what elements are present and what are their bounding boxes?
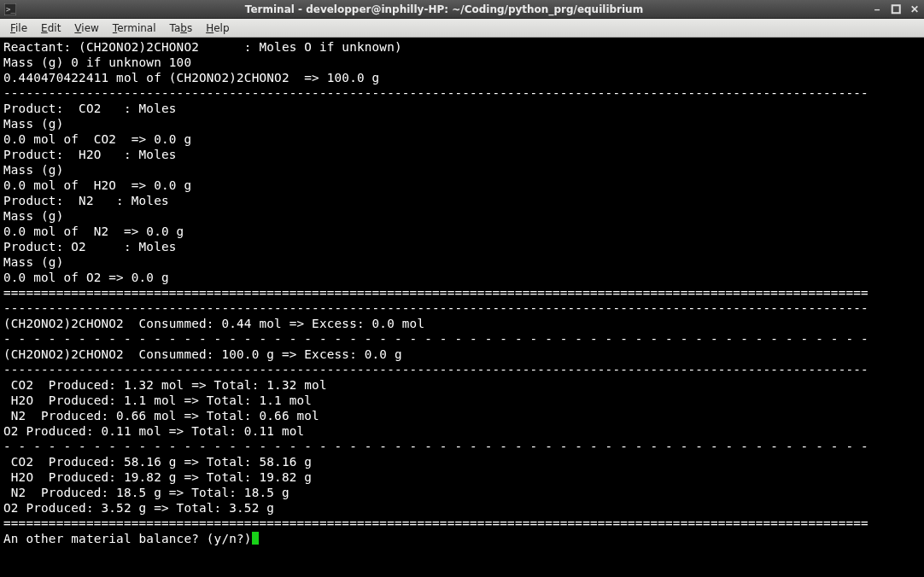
terminal-prompt[interactable]: An other material balance? (y/n?) [3,531,921,546]
terminal-line: N2 Produced: 0.66 mol => Total: 0.66 mol [3,408,921,423]
menu-file[interactable]: File [5,20,32,36]
terminal-line: Product: N2 : Moles [3,193,921,208]
terminal-line: - - - - - - - - - - - - - - - - - - - - … [3,439,921,454]
menu-bar: File Edit View Terminal Tabs Help [0,19,924,38]
menu-view[interactable]: View [69,20,103,36]
window-buttons: – 🞏 ✕ [871,3,921,15]
terminal-line: 0.0 mol of CO2 => 0.0 g [3,131,921,147]
terminal-line: Mass (g) [3,208,921,224]
terminal-line: (CH2ONO2)2CHONO2 Consummed: 100.0 g => E… [3,347,921,362]
terminal-line: 0.0 mol of H2O => 0.0 g [3,178,921,193]
terminal-line: 0.440470422411 mol of (CH2ONO2)2CHONO2 =… [3,70,921,85]
terminal-line: Mass (g) 0 if unknown 100 [3,55,921,70]
terminal-line: Mass (g) [3,162,921,178]
terminal-line: 0.0 mol of O2 => 0.0 g [3,270,921,285]
terminal-line: CO2 Produced: 58.16 g => Total: 58.16 g [3,454,921,469]
terminal-line: ----------------------------------------… [3,85,921,101]
terminal-line: Product: CO2 : Moles [3,101,921,116]
terminal-line: ========================================… [3,516,921,531]
terminal-line: ----------------------------------------… [3,300,921,316]
svg-text:>_: >_ [6,5,15,14]
terminal-line: Product: H2O : Moles [3,147,921,162]
terminal-line: Mass (g) [3,254,921,270]
app-icon: >_ [3,3,17,16]
terminal-line: (CH2ONO2)2CHONO2 Consummed: 0.44 mol => … [3,316,921,331]
prompt-text: An other material balance? (y/n?) [3,532,252,545]
terminal-line: N2 Produced: 18.5 g => Total: 18.5 g [3,485,921,500]
menu-help[interactable]: Help [201,20,234,36]
terminal-line: Product: O2 : Moles [3,239,921,254]
terminal-line: H2O Produced: 19.82 g => Total: 19.82 g [3,469,921,485]
menu-edit[interactable]: Edit [36,20,66,36]
terminal-line: O2 Produced: 3.52 g => Total: 3.52 g [3,500,921,516]
terminal-line: - - - - - - - - - - - - - - - - - - - - … [3,331,921,347]
menu-terminal[interactable]: Terminal [108,20,161,36]
terminal-output[interactable]: Reactant: (CH2ONO2)2CHONO2 : Moles O if … [0,38,924,577]
terminal-line: ========================================… [3,285,921,300]
cursor [252,532,259,545]
terminal-line: CO2 Produced: 1.32 mol => Total: 1.32 mo… [3,377,921,393]
terminal-line: H2O Produced: 1.1 mol => Total: 1.1 mol [3,393,921,408]
close-button[interactable]: ✕ [909,3,921,15]
menu-tabs[interactable]: Tabs [165,20,198,36]
window-title: Terminal - developper@inphilly-HP: ~/Cod… [22,3,866,15]
terminal-line: ----------------------------------------… [3,362,921,377]
terminal-line: 0.0 mol of N2 => 0.0 g [3,224,921,239]
terminal-line: Mass (g) [3,116,921,131]
terminal-line: Reactant: (CH2ONO2)2CHONO2 : Moles O if … [3,39,921,55]
window-titlebar: >_ Terminal - developper@inphilly-HP: ~/… [0,0,924,19]
minimize-button[interactable]: – [871,3,883,15]
maximize-button[interactable]: 🞏 [890,3,902,15]
terminal-line: O2 Produced: 0.11 mol => Total: 0.11 mol [3,423,921,439]
